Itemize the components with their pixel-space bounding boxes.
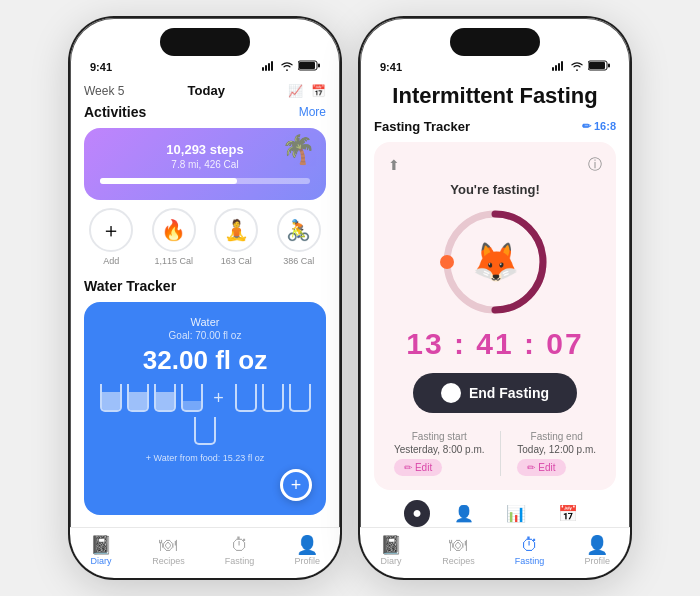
wifi-icon <box>280 61 294 73</box>
activities-more[interactable]: More <box>299 105 326 119</box>
week-nav: Week 5 Today 📈 📅 <box>84 75 326 104</box>
svg-rect-10 <box>561 61 563 71</box>
end-fasting-label: End Fasting <box>469 385 549 401</box>
svg-rect-0 <box>262 67 264 71</box>
profile-label: Profile <box>294 556 320 566</box>
tracker-badge[interactable]: ✏ 16:8 <box>582 120 616 133</box>
tab-fasting-r[interactable]: ⏱ Fasting <box>515 536 545 566</box>
edit-label-start: Edit <box>415 462 432 473</box>
fire-btn[interactable]: 🔥 <box>152 208 196 252</box>
glass-1[interactable] <box>100 384 122 412</box>
bike-btn[interactable]: 🚴 <box>277 208 321 252</box>
svg-rect-7 <box>552 67 554 71</box>
tab-fasting[interactable]: ⏱ Fasting <box>225 536 255 566</box>
left-tab-bar: 📓 Diary 🍽 Recipes ⏱ Fasting 👤 Profile <box>70 527 340 578</box>
fasting-start-edit[interactable]: ✏ Edit <box>394 459 442 476</box>
right-tab-bar: 📓 Diary 🍽 Recipes ⏱ Fasting 👤 Profile <box>360 527 630 578</box>
battery-icon-r <box>588 60 610 73</box>
glass-7[interactable] <box>289 384 311 412</box>
tracker-header: Fasting Tracker ✏ 16:8 <box>374 119 616 134</box>
divider <box>500 431 501 476</box>
yoga-label: 163 Cal <box>221 256 252 266</box>
stats-tab-circle[interactable]: ● <box>404 500 430 527</box>
end-fasting-wrap: End Fasting <box>388 373 602 427</box>
bike-icon: 🚴 <box>286 218 311 242</box>
svg-rect-13 <box>608 64 610 68</box>
pause-icon <box>441 383 461 403</box>
profile-label-r: Profile <box>584 556 610 566</box>
fire-label: 1,115 Cal <box>154 256 193 266</box>
steps-progress-fill <box>100 178 237 184</box>
profile-icon: 👤 <box>296 536 318 554</box>
glass-2[interactable] <box>127 384 149 412</box>
add-btn[interactable]: ＋ <box>89 208 133 252</box>
diary-label: Diary <box>91 556 112 566</box>
stats-tab-person[interactable]: 👤 <box>446 500 482 527</box>
fasting-card: ⬆ ⓘ You're fasting! <box>374 142 616 490</box>
tab-profile[interactable]: 👤 Profile <box>294 536 320 566</box>
bike-label: 386 Cal <box>283 256 314 266</box>
svg-rect-1 <box>265 65 267 71</box>
water-tracker-title: Water Tracker <box>84 278 176 294</box>
tab-diary-r[interactable]: 📓 Diary <box>380 536 402 566</box>
chart-icon[interactable]: 📈 <box>288 84 303 98</box>
fasting-end-edit[interactable]: ✏ Edit <box>517 459 565 476</box>
calendar-icon[interactable]: 📅 <box>311 84 326 98</box>
activity-add[interactable]: ＋ Add <box>84 208 139 266</box>
info-icon[interactable]: ⓘ <box>588 156 602 174</box>
diary-content: Week 5 Today 📈 📅 Activities More 🌴 10,29… <box>70 75 340 527</box>
water-amount: 32.00 fl oz <box>98 345 312 376</box>
steps-sub: 7.8 mi, 426 Cal <box>100 159 310 170</box>
glass-3[interactable] <box>154 384 176 412</box>
water-card: Water Goal: 70.00 fl oz 32.00 fl oz + + … <box>84 302 326 515</box>
edit-icon-end: ✏ <box>527 462 535 473</box>
diary-icon: 📓 <box>90 536 112 554</box>
end-fasting-button[interactable]: End Fasting <box>413 373 577 413</box>
tab-profile-r[interactable]: 👤 Profile <box>584 536 610 566</box>
fox-emoji: 🦊 <box>472 243 519 281</box>
left-phone: 9:41 Week 5 Today 📈 📅 <box>70 18 340 578</box>
water-glasses: + <box>98 384 312 445</box>
fasting-card-header: ⬆ ⓘ <box>388 156 602 174</box>
dynamic-island-left <box>160 28 250 56</box>
fasting-end-col: Fasting end Today, 12:00 p.m. ✏ Edit <box>517 431 596 476</box>
activity-grid: ＋ Add 🔥 1,115 Cal 🧘 163 Cal <box>84 208 326 266</box>
tab-diary[interactable]: 📓 Diary <box>90 536 112 566</box>
svg-rect-8 <box>555 65 557 71</box>
svg-rect-3 <box>271 61 273 71</box>
recipes-label: Recipes <box>152 556 185 566</box>
status-bar-left: 9:41 <box>70 56 340 75</box>
glass-8[interactable] <box>194 417 216 445</box>
diary-label-r: Diary <box>381 556 402 566</box>
activity-fire[interactable]: 🔥 1,115 Cal <box>147 208 202 266</box>
tab-recipes[interactable]: 🍽 Recipes <box>152 536 185 566</box>
dynamic-island-right <box>450 28 540 56</box>
glass-add[interactable]: + <box>208 384 230 412</box>
svg-rect-6 <box>318 64 320 68</box>
stats-tab-calendar[interactable]: 📅 <box>550 500 586 527</box>
tab-recipes-r[interactable]: 🍽 Recipes <box>442 536 475 566</box>
fasting-label-r: Fasting <box>515 556 545 566</box>
fasting-start-col: Fasting start Yesterday, 8:00 p.m. ✏ Edi… <box>394 431 485 476</box>
svg-point-16 <box>440 255 454 269</box>
water-add-btn[interactable]: + <box>280 469 312 501</box>
yoga-btn[interactable]: 🧘 <box>214 208 258 252</box>
svg-rect-5 <box>299 62 315 69</box>
fasting-start-label: Fasting start <box>394 431 485 442</box>
fasting-times: Fasting start Yesterday, 8:00 p.m. ✏ Edi… <box>388 431 602 476</box>
svg-rect-12 <box>589 62 605 69</box>
fasting-content: Intermittent Fasting Fasting Tracker ✏ 1… <box>360 75 630 527</box>
stats-tab-chart[interactable]: 📊 <box>498 500 534 527</box>
edit-icon-start: ✏ <box>404 462 412 473</box>
activities-header: Activities More <box>84 104 326 120</box>
activity-bike[interactable]: 🚴 386 Cal <box>272 208 327 266</box>
glass-4[interactable] <box>181 384 203 412</box>
glass-5[interactable] <box>235 384 257 412</box>
share-icon[interactable]: ⬆ <box>388 157 400 173</box>
glass-6[interactable] <box>262 384 284 412</box>
status-icons-left <box>262 60 320 73</box>
fasting-message: You're fasting! <box>388 182 602 197</box>
timer-display: 13 : 41 : 07 <box>388 327 602 361</box>
water-section-header: Water Tracker <box>84 278 326 294</box>
activity-yoga[interactable]: 🧘 163 Cal <box>209 208 264 266</box>
